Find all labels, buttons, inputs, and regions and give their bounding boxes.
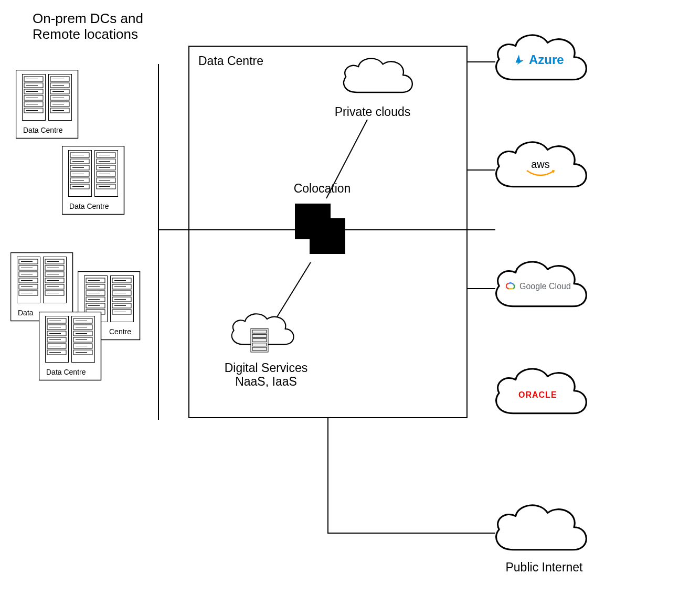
cloud-oracle-label: ORACLE: [518, 390, 557, 400]
svg-rect-26: [252, 330, 267, 333]
data-centre-title: Data Centre: [198, 54, 263, 68]
digital-services-l1: Digital Services: [211, 361, 321, 375]
rack-card-5: Data Centre: [39, 312, 112, 390]
svg-rect-30: [252, 347, 267, 351]
router-icon: [295, 204, 353, 261]
azure-icon: [512, 53, 526, 67]
svg-rect-28: [252, 339, 267, 342]
rack-3-caption: Data: [18, 309, 34, 317]
cloud-azure-label: Azure: [512, 52, 564, 67]
colocation-label: Colocation: [275, 182, 369, 196]
onprem-title-line1: On-prem DCs and: [33, 10, 143, 27]
rack-4-caption: Centre: [109, 327, 131, 336]
rack-card-1: Data Centre: [16, 70, 89, 148]
private-clouds-label: Private clouds: [320, 105, 425, 119]
rack-card-2: Data Centre: [62, 146, 135, 225]
aws-smile-icon: [526, 169, 555, 177]
svg-rect-27: [252, 334, 267, 337]
cloud-aws-label: aws: [526, 158, 555, 177]
onprem-title-line2: Remote locations: [33, 26, 138, 43]
cloud-public-internet: [486, 497, 601, 571]
public-internet-label: Public Internet: [494, 560, 594, 575]
rack-2-caption: Data Centre: [69, 202, 109, 210]
gcloud-icon: [506, 281, 516, 292]
rack-1-caption: Data Centre: [23, 126, 63, 134]
rack-5-caption: Data Centre: [46, 368, 86, 376]
cloud-gcloud-label: Google Cloud: [506, 281, 571, 292]
svg-rect-29: [252, 343, 267, 346]
digital-services-l2: NaaS, IaaS: [211, 375, 321, 389]
svg-rect-24: [310, 218, 345, 254]
